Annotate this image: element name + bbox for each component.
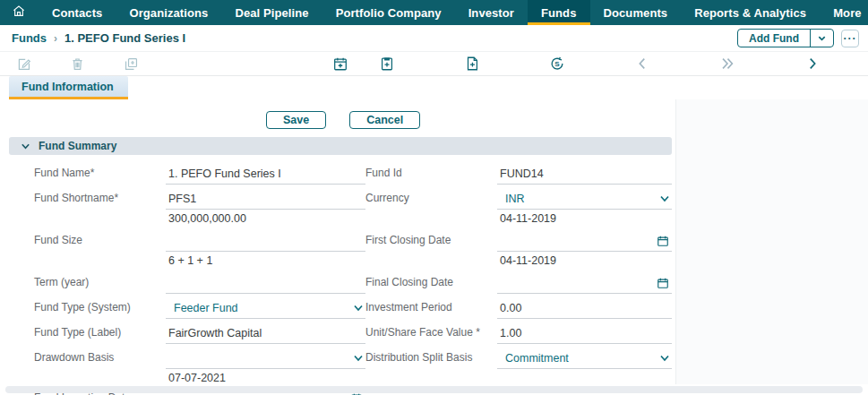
fund-id-input[interactable]: FUND14	[497, 162, 672, 185]
chevron-down-icon	[659, 353, 670, 364]
chevron-down-icon	[659, 193, 670, 204]
content-area: Save Cancel Fund Summary Fund Name* 1. P…	[0, 99, 868, 395]
home-button[interactable]	[0, 0, 39, 25]
right-empty-pane	[675, 99, 868, 384]
nav-item-more[interactable]: More	[820, 0, 868, 25]
add-fund-button[interactable]: Add Fund	[738, 30, 810, 47]
add-event-icon[interactable]	[332, 56, 348, 72]
horizontal-scrollbar[interactable]	[5, 386, 863, 393]
unit-share-face-value-label: Unit/Share Face Value *	[365, 326, 497, 344]
final-closing-date-label: Final Closing Date	[365, 276, 497, 294]
nav-item-contacts[interactable]: Contacts	[39, 0, 116, 25]
edit-icon[interactable]	[16, 56, 31, 72]
fund-name-label: Fund Name*	[34, 167, 166, 185]
fast-forward-icon[interactable]	[719, 56, 735, 72]
breadcrumb-bar: Funds › 1. PEFO Fund Series I Add Fund ·…	[0, 25, 868, 52]
svg-text:S: S	[554, 60, 560, 68]
add-document-icon[interactable]	[464, 56, 480, 72]
fund-summary-section-header[interactable]: Fund Summary	[9, 137, 672, 155]
nav-item-portfolio-company[interactable]: Portfolio Company	[322, 0, 455, 25]
fund-type-system-label: Fund Type (System)	[34, 301, 166, 319]
nav-item-organizations[interactable]: Organizations	[116, 0, 221, 25]
section-title: Fund Summary	[39, 140, 116, 152]
add-fund-split-button: Add Fund	[737, 29, 834, 47]
fund-shortname-input[interactable]: PFS1	[166, 187, 365, 210]
app-window: Contacts Organizations Deal Pipeline Por…	[0, 0, 868, 395]
nav-item-documents[interactable]: Documents	[590, 0, 682, 25]
unit-share-face-value-input[interactable]: 1.00	[497, 322, 672, 344]
fund-type-label-label: Fund Type (Label)	[34, 326, 166, 344]
nav-item-investor[interactable]: Investor	[455, 0, 528, 25]
chevron-down-icon	[353, 353, 364, 364]
nav-item-funds[interactable]: Funds	[528, 0, 590, 25]
home-icon	[12, 4, 26, 21]
term-year-label: Term (year)	[34, 276, 166, 294]
first-closing-date-label: First Closing Date	[365, 234, 497, 252]
duplicate-icon[interactable]	[124, 56, 139, 72]
sync-currency-icon[interactable]: S	[549, 56, 565, 72]
add-task-icon[interactable]	[379, 56, 395, 72]
chevron-down-icon	[353, 303, 364, 313]
currency-select[interactable]: INR	[497, 187, 672, 210]
drawdown-basis-label: Drawdown Basis	[34, 351, 166, 369]
fund-name-input[interactable]: 1. PEFO Fund Series I	[166, 162, 365, 185]
term-year-input[interactable]: 6 + 1 + 1	[166, 254, 365, 294]
breadcrumb-current: 1. PEFO Fund Series I	[64, 31, 185, 45]
next-record-icon[interactable]	[804, 56, 821, 72]
fund-size-label: Fund Size	[34, 234, 166, 252]
fund-shortname-label: Fund Shortname*	[34, 192, 166, 210]
investment-period-label: Investment Period	[365, 301, 497, 319]
currency-label: Currency	[365, 192, 497, 210]
add-fund-dropdown-button[interactable]	[810, 30, 833, 47]
more-options-button[interactable]: ···	[841, 30, 859, 47]
fund-type-label-input[interactable]: FairGrowth Capital	[166, 322, 365, 344]
first-closing-date-input[interactable]: 04-11-2019	[497, 212, 672, 252]
previous-record-icon[interactable]	[634, 56, 650, 72]
fund-size-input[interactable]: 300,000,000.00	[166, 212, 365, 252]
calendar-icon[interactable]	[657, 235, 669, 247]
tab-fund-information[interactable]: Fund Information	[9, 76, 128, 99]
final-closing-date-input[interactable]: 04-11-2019	[497, 254, 672, 294]
save-button[interactable]: Save	[266, 111, 326, 129]
distribution-split-basis-select[interactable]: Commitment	[497, 347, 672, 369]
drawdown-basis-select[interactable]	[166, 347, 365, 369]
tab-bar: Fund Information	[0, 76, 868, 99]
breadcrumb-separator: ›	[54, 32, 57, 45]
fund-id-label: Fund Id	[365, 167, 497, 185]
calendar-icon[interactable]	[657, 277, 669, 289]
breadcrumb-funds[interactable]: Funds	[12, 31, 47, 45]
record-toolbar: S	[0, 52, 868, 76]
nav-item-reports-analytics[interactable]: Reports & Analytics	[681, 0, 820, 25]
distribution-split-basis-label: Distribution Split Basis	[365, 351, 497, 369]
fund-type-system-select[interactable]: Feeder Fund	[166, 296, 365, 319]
cancel-button[interactable]: Cancel	[349, 111, 420, 129]
investment-period-input[interactable]: 0.00	[497, 296, 672, 319]
delete-icon[interactable]	[70, 56, 85, 72]
top-navigation: Contacts Organizations Deal Pipeline Por…	[0, 0, 868, 25]
chevron-down-icon	[817, 33, 827, 43]
nav-item-deal-pipeline[interactable]: Deal Pipeline	[221, 0, 322, 25]
collapse-chevron-icon	[21, 142, 30, 151]
